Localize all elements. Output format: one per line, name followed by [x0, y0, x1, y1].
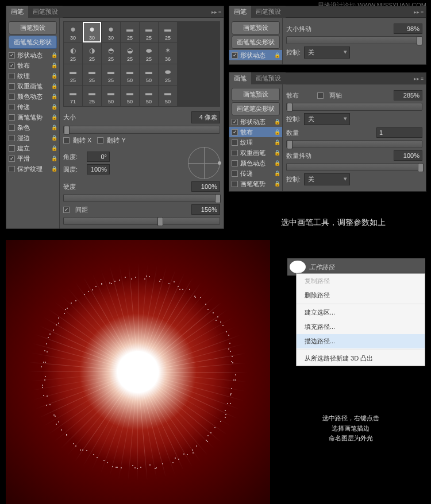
size-slider[interactable]: [63, 126, 220, 134]
spacing-checkbox[interactable]: [63, 207, 70, 213]
lock-icon[interactable]: 🔒: [51, 145, 57, 151]
brush-cell[interactable]: ▬25: [64, 64, 82, 85]
option-形状动态[interactable]: 形状动态🔒: [229, 117, 282, 127]
checkbox[interactable]: [9, 73, 15, 79]
menu-item[interactable]: 删除路径: [297, 288, 425, 303]
brush-cell[interactable]: ●30: [83, 22, 101, 42]
brush-cell[interactable]: ◑25: [83, 43, 101, 64]
brush-cell[interactable]: ▬25: [102, 64, 120, 85]
option-保护纹理[interactable]: 保护纹理🔒: [6, 164, 59, 174]
menu-icon[interactable]: ≡: [218, 9, 221, 15]
lock-icon[interactable]: 🔒: [274, 52, 280, 58]
checkbox[interactable]: [9, 114, 15, 121]
lock-icon[interactable]: 🔒: [51, 52, 57, 58]
brush-cell[interactable]: ▬25: [83, 86, 101, 106]
checkbox[interactable]: [9, 166, 15, 172]
brush-cell[interactable]: ▬50: [140, 64, 158, 85]
option-纹理[interactable]: 纹理🔒: [6, 71, 59, 81]
menu-item[interactable]: 建立选区...: [297, 305, 425, 320]
brush-cell[interactable]: ▬71: [64, 86, 82, 106]
lock-icon[interactable]: 🔒: [274, 160, 280, 166]
option-散布[interactable]: 散布🔒: [6, 60, 59, 71]
preset-button[interactable]: 画笔预设: [232, 21, 280, 34]
round-value[interactable]: 100%: [87, 164, 110, 175]
lock-icon[interactable]: 🔒: [51, 125, 57, 130]
menu-item[interactable]: 从所选路径新建 3D 凸出: [297, 351, 425, 366]
checkbox[interactable]: [9, 125, 15, 131]
collapse-icon[interactable]: ▸▸: [414, 76, 420, 82]
brush-cell[interactable]: ◒25: [121, 43, 139, 64]
collapse-icon[interactable]: ▸▸: [211, 9, 217, 15]
checkbox[interactable]: [9, 52, 15, 59]
checkbox[interactable]: [232, 170, 238, 177]
lock-icon[interactable]: 🔒: [274, 129, 280, 135]
checkbox[interactable]: [232, 129, 238, 135]
option-画笔笔势[interactable]: 画笔笔势🔒: [229, 179, 282, 189]
option-平滑[interactable]: 平滑🔒: [6, 153, 59, 164]
option-杂色[interactable]: 杂色🔒: [6, 122, 59, 133]
brush-cell[interactable]: ●30: [102, 22, 120, 42]
lock-icon[interactable]: 🔒: [274, 139, 280, 145]
checkbox[interactable]: [232, 139, 238, 146]
lock-icon[interactable]: 🔒: [51, 166, 57, 172]
spacing-value[interactable]: 156%: [191, 204, 220, 215]
lock-icon[interactable]: 🔒: [274, 170, 280, 176]
checkbox[interactable]: [232, 52, 238, 59]
brush-cell[interactable]: ▬50: [121, 64, 139, 85]
flipx-checkbox[interactable]: [63, 137, 70, 144]
ctrl-dropdown[interactable]: 关: [304, 113, 350, 125]
preset-button[interactable]: 画笔预设: [232, 88, 280, 101]
tab-preset[interactable]: 画笔预设: [251, 6, 286, 18]
option-双重画笔[interactable]: 双重画笔🔒: [6, 81, 59, 91]
brush-cell[interactable]: ▬25: [159, 22, 177, 42]
lock-icon[interactable]: 🔒: [51, 135, 57, 141]
spacing-slider[interactable]: [63, 217, 220, 225]
lock-icon[interactable]: 🔒: [274, 119, 280, 125]
option-传递[interactable]: 传递🔒: [229, 168, 282, 179]
ctrl-dropdown[interactable]: 关: [304, 46, 350, 59]
option-建立[interactable]: 建立🔒: [6, 143, 59, 153]
preset-button[interactable]: 画笔预设: [9, 21, 57, 34]
lock-icon[interactable]: 🔒: [51, 156, 57, 161]
cjitter-slider[interactable]: [286, 163, 422, 171]
angle-disc[interactable]: [188, 147, 220, 179]
option-颜色动态[interactable]: 颜色动态🔒: [6, 91, 59, 102]
checkbox[interactable]: [232, 181, 238, 187]
scatter-value[interactable]: 285%: [394, 90, 422, 100]
brush-cell[interactable]: ▬50: [121, 86, 139, 106]
checkbox[interactable]: [232, 150, 238, 156]
checkbox[interactable]: [9, 63, 15, 69]
option-形状动态[interactable]: 形状动态🔒: [6, 50, 59, 60]
checkbox[interactable]: [232, 119, 238, 125]
brush-cell[interactable]: ▬25: [83, 64, 101, 85]
brush-cell[interactable]: ▬50: [102, 86, 120, 106]
angle-value[interactable]: 0°: [87, 152, 110, 162]
menu-icon[interactable]: ≡: [421, 76, 424, 82]
checkbox[interactable]: [9, 145, 15, 152]
lock-icon[interactable]: 🔒: [274, 150, 280, 156]
brush-cell[interactable]: ▬25: [121, 22, 139, 42]
brush-cell[interactable]: ✶36: [159, 43, 177, 64]
cjitter-value[interactable]: 100%: [394, 150, 422, 161]
brush-cell[interactable]: ◓25: [102, 43, 120, 64]
flipy-checkbox[interactable]: [97, 137, 103, 144]
lock-icon[interactable]: 🔒: [51, 73, 57, 79]
option-散布[interactable]: 散布🔒: [229, 127, 282, 137]
lock-icon[interactable]: 🔒: [274, 181, 280, 187]
menu-item[interactable]: 描边路径...: [297, 334, 425, 348]
option-湿边[interactable]: 湿边🔒: [6, 133, 59, 143]
hardness-value[interactable]: 100%: [191, 181, 220, 192]
lock-icon[interactable]: 🔒: [51, 83, 57, 89]
jitter-slider[interactable]: [286, 36, 422, 44]
tab-brush[interactable]: 画笔: [229, 6, 251, 18]
size-value[interactable]: 4 像素: [191, 111, 220, 123]
lock-icon[interactable]: 🔒: [51, 63, 57, 68]
option-shape-dynamics[interactable]: 形状动态🔒: [229, 50, 282, 60]
collapse-icon[interactable]: ▸▸: [414, 9, 420, 15]
menu-item[interactable]: 填充路径...: [297, 320, 425, 334]
brush-cell[interactable]: ▬25: [140, 22, 158, 42]
checkbox[interactable]: [9, 135, 15, 141]
option-画笔笔势[interactable]: 画笔笔势🔒: [6, 112, 59, 122]
brush-cell[interactable]: ●30: [64, 22, 82, 42]
option-双重画笔[interactable]: 双重画笔🔒: [229, 148, 282, 158]
